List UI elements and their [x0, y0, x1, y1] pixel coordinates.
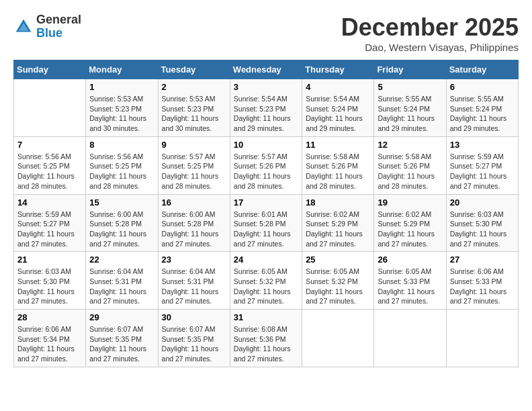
logo-icon: [13, 17, 34, 37]
day-number: 12: [378, 140, 442, 150]
day-detail: Sunrise: 5:54 AM Sunset: 5:24 PM Dayligh…: [306, 94, 370, 134]
week-row-4: 28Sunrise: 6:06 AM Sunset: 5:34 PM Dayli…: [14, 310, 519, 367]
day-cell: 25Sunrise: 6:05 AM Sunset: 5:32 PM Dayli…: [302, 252, 374, 310]
day-detail: Sunrise: 6:06 AM Sunset: 5:34 PM Dayligh…: [17, 324, 82, 364]
day-number: 14: [17, 197, 82, 208]
week-row-0: 1Sunrise: 5:53 AM Sunset: 5:23 PM Daylig…: [14, 79, 519, 137]
day-detail: Sunrise: 6:05 AM Sunset: 5:32 PM Dayligh…: [234, 267, 298, 306]
day-number: 30: [162, 312, 226, 322]
day-detail: Sunrise: 5:55 AM Sunset: 5:24 PM Dayligh…: [378, 94, 442, 134]
day-detail: Sunrise: 6:04 AM Sunset: 5:31 PM Dayligh…: [162, 267, 226, 306]
week-row-2: 14Sunrise: 5:59 AM Sunset: 5:27 PM Dayli…: [14, 194, 519, 252]
day-cell: 6Sunrise: 5:55 AM Sunset: 5:24 PM Daylig…: [446, 79, 518, 137]
day-detail: Sunrise: 6:04 AM Sunset: 5:31 PM Dayligh…: [89, 267, 154, 306]
day-detail: Sunrise: 5:59 AM Sunset: 5:27 PM Dayligh…: [450, 152, 515, 191]
day-number: 25: [306, 255, 370, 265]
day-detail: Sunrise: 5:54 AM Sunset: 5:23 PM Dayligh…: [234, 94, 298, 134]
day-number: 29: [89, 312, 154, 322]
day-number: 23: [162, 255, 226, 265]
day-cell: 27Sunrise: 6:06 AM Sunset: 5:33 PM Dayli…: [446, 252, 518, 310]
day-cell: 22Sunrise: 6:04 AM Sunset: 5:31 PM Dayli…: [86, 252, 158, 310]
logo-blue: Blue: [36, 26, 62, 40]
header: General Blue December 2025 Dao, Western …: [13, 13, 519, 53]
day-cell: [446, 310, 518, 367]
day-number: 17: [234, 197, 298, 208]
day-cell: [374, 310, 446, 367]
day-detail: Sunrise: 5:57 AM Sunset: 5:25 PM Dayligh…: [162, 152, 226, 191]
day-detail: Sunrise: 6:05 AM Sunset: 5:32 PM Dayligh…: [306, 267, 370, 306]
day-cell: 15Sunrise: 6:00 AM Sunset: 5:28 PM Dayli…: [86, 194, 158, 252]
month-title: December 2025: [341, 13, 519, 42]
day-number: 31: [234, 312, 298, 322]
day-detail: Sunrise: 6:00 AM Sunset: 5:28 PM Dayligh…: [89, 210, 154, 249]
header-cell-friday: Friday: [374, 60, 446, 79]
day-cell: 18Sunrise: 6:02 AM Sunset: 5:29 PM Dayli…: [302, 194, 374, 252]
day-cell: 28Sunrise: 6:06 AM Sunset: 5:34 PM Dayli…: [14, 310, 86, 367]
day-cell: [14, 79, 86, 137]
day-detail: Sunrise: 6:06 AM Sunset: 5:33 PM Dayligh…: [450, 267, 515, 306]
day-detail: Sunrise: 5:58 AM Sunset: 5:26 PM Dayligh…: [378, 152, 442, 191]
header-cell-wednesday: Wednesday: [230, 60, 302, 79]
week-row-1: 7Sunrise: 5:56 AM Sunset: 5:25 PM Daylig…: [14, 136, 519, 194]
day-cell: 24Sunrise: 6:05 AM Sunset: 5:32 PM Dayli…: [230, 252, 302, 310]
day-detail: Sunrise: 6:01 AM Sunset: 5:28 PM Dayligh…: [234, 210, 298, 249]
day-number: 7: [17, 140, 82, 150]
day-cell: 3Sunrise: 5:54 AM Sunset: 5:23 PM Daylig…: [230, 79, 302, 137]
day-number: 5: [378, 82, 442, 92]
day-number: 1: [89, 82, 154, 92]
day-detail: Sunrise: 5:57 AM Sunset: 5:26 PM Dayligh…: [234, 152, 298, 191]
day-cell: 31Sunrise: 6:08 AM Sunset: 5:36 PM Dayli…: [230, 310, 302, 367]
day-detail: Sunrise: 5:56 AM Sunset: 5:25 PM Dayligh…: [89, 152, 154, 191]
day-number: 4: [306, 82, 370, 92]
header-cell-thursday: Thursday: [302, 60, 374, 79]
day-number: 13: [450, 140, 515, 150]
day-detail: Sunrise: 5:53 AM Sunset: 5:23 PM Dayligh…: [162, 94, 226, 134]
header-cell-saturday: Saturday: [446, 60, 518, 79]
day-number: 26: [378, 255, 442, 265]
day-detail: Sunrise: 6:08 AM Sunset: 5:36 PM Dayligh…: [234, 324, 298, 364]
day-detail: Sunrise: 6:03 AM Sunset: 5:30 PM Dayligh…: [450, 210, 515, 249]
day-number: 15: [89, 197, 154, 208]
day-detail: Sunrise: 6:03 AM Sunset: 5:30 PM Dayligh…: [17, 267, 82, 306]
day-cell: 20Sunrise: 6:03 AM Sunset: 5:30 PM Dayli…: [446, 194, 518, 252]
day-number: 19: [378, 197, 442, 208]
day-number: 11: [306, 140, 370, 150]
title-area: December 2025 Dao, Western Visayas, Phil…: [341, 13, 519, 53]
day-detail: Sunrise: 5:55 AM Sunset: 5:24 PM Dayligh…: [450, 94, 515, 134]
day-number: 28: [17, 312, 82, 322]
calendar-table: SundayMondayTuesdayWednesdayThursdayFrid…: [13, 60, 519, 367]
logo-text: General Blue: [36, 13, 81, 40]
logo: General Blue: [13, 13, 81, 40]
logo-general: General: [36, 13, 81, 26]
day-cell: 2Sunrise: 5:53 AM Sunset: 5:23 PM Daylig…: [158, 79, 230, 137]
calendar-body: 1Sunrise: 5:53 AM Sunset: 5:23 PM Daylig…: [14, 79, 519, 367]
day-detail: Sunrise: 6:05 AM Sunset: 5:33 PM Dayligh…: [378, 267, 442, 306]
day-cell: [302, 310, 374, 367]
day-cell: 23Sunrise: 6:04 AM Sunset: 5:31 PM Dayli…: [158, 252, 230, 310]
day-cell: 16Sunrise: 6:00 AM Sunset: 5:28 PM Dayli…: [158, 194, 230, 252]
day-cell: 12Sunrise: 5:58 AM Sunset: 5:26 PM Dayli…: [374, 136, 446, 194]
day-number: 22: [89, 255, 154, 265]
day-cell: 5Sunrise: 5:55 AM Sunset: 5:24 PM Daylig…: [374, 79, 446, 137]
day-detail: Sunrise: 6:02 AM Sunset: 5:29 PM Dayligh…: [306, 210, 370, 249]
day-cell: 11Sunrise: 5:58 AM Sunset: 5:26 PM Dayli…: [302, 136, 374, 194]
day-cell: 10Sunrise: 5:57 AM Sunset: 5:26 PM Dayli…: [230, 136, 302, 194]
calendar-header: SundayMondayTuesdayWednesdayThursdayFrid…: [14, 60, 519, 79]
day-number: 8: [89, 140, 154, 150]
day-cell: 8Sunrise: 5:56 AM Sunset: 5:25 PM Daylig…: [86, 136, 158, 194]
day-number: 24: [234, 255, 298, 265]
day-detail: Sunrise: 6:07 AM Sunset: 5:35 PM Dayligh…: [162, 324, 226, 364]
day-number: 9: [162, 140, 226, 150]
day-detail: Sunrise: 6:07 AM Sunset: 5:35 PM Dayligh…: [89, 324, 154, 364]
day-detail: Sunrise: 5:59 AM Sunset: 5:27 PM Dayligh…: [17, 210, 82, 249]
week-row-3: 21Sunrise: 6:03 AM Sunset: 5:30 PM Dayli…: [14, 252, 519, 310]
day-cell: 14Sunrise: 5:59 AM Sunset: 5:27 PM Dayli…: [14, 194, 86, 252]
day-cell: 29Sunrise: 6:07 AM Sunset: 5:35 PM Dayli…: [86, 310, 158, 367]
day-number: 21: [17, 255, 82, 265]
day-cell: 21Sunrise: 6:03 AM Sunset: 5:30 PM Dayli…: [14, 252, 86, 310]
day-detail: Sunrise: 5:53 AM Sunset: 5:23 PM Dayligh…: [89, 94, 154, 134]
day-cell: 7Sunrise: 5:56 AM Sunset: 5:25 PM Daylig…: [14, 136, 86, 194]
day-cell: 13Sunrise: 5:59 AM Sunset: 5:27 PM Dayli…: [446, 136, 518, 194]
day-cell: 4Sunrise: 5:54 AM Sunset: 5:24 PM Daylig…: [302, 79, 374, 137]
location: Dao, Western Visayas, Philippines: [341, 42, 519, 53]
